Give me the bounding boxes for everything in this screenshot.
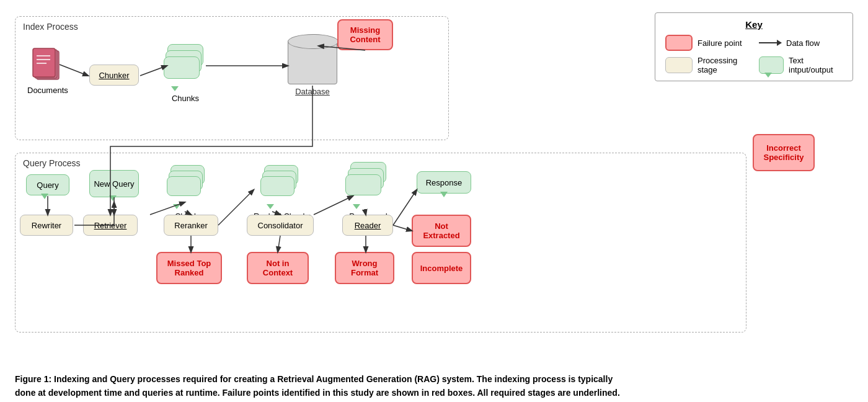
chunks-index-label: Chunks xyxy=(172,94,199,103)
incomplete-label: Incomplete xyxy=(420,264,463,273)
consolidator-label: Consolidator xyxy=(258,221,303,230)
query-section-label: Query Process xyxy=(23,158,81,168)
not-extracted-node: Not Extracted xyxy=(412,215,471,247)
ranked-chunks-node: Ranked Chunks xyxy=(254,165,311,221)
response-label: Response xyxy=(426,178,463,187)
not-in-context-label: Not in Context xyxy=(250,259,305,277)
documents-node: Documents xyxy=(27,47,68,95)
missed-top-ranked-node: Missed Top Ranked xyxy=(156,252,222,284)
diagram-area: Key Failure point Data flow Processing s… xyxy=(15,10,853,402)
consolidator-node: Consolidator xyxy=(247,215,314,236)
chunker-label: Chunker xyxy=(99,71,129,80)
database-cylinder xyxy=(288,41,337,84)
wrong-format-label: Wrong Format xyxy=(339,259,391,277)
rewriter-node: Rewriter xyxy=(20,215,73,236)
reader-label: Reader xyxy=(355,221,381,230)
not-in-context-node: Not in Context xyxy=(247,252,309,284)
wrong-format-node: Wrong Format xyxy=(335,252,394,284)
documents-label: Documents xyxy=(27,86,68,95)
rewriter-label: Rewriter xyxy=(32,221,61,230)
retriever-label: Retriever xyxy=(94,221,127,230)
reranker-label: Reranker xyxy=(174,221,207,230)
retriever-node: Retriever xyxy=(83,215,138,236)
new-query-label: New Query xyxy=(94,179,134,189)
query-label: Query xyxy=(37,181,58,190)
incorrect-specificity-label: Incorrect Specificity xyxy=(756,143,811,162)
response-node: Response xyxy=(417,171,471,194)
missing-content-label: Missing Content xyxy=(341,25,389,44)
chunks-index-node: Chunks xyxy=(164,44,207,103)
new-query-node: New Query xyxy=(89,170,139,197)
caption: Figure 1: Indexing and Query processes r… xyxy=(15,372,635,402)
svg-rect-2 xyxy=(33,48,55,77)
chunks-query-node: Chunks xyxy=(167,165,210,221)
missing-content-node: Missing Content xyxy=(337,19,393,50)
reader-node: Reader xyxy=(342,215,393,236)
missed-top-ranked-label: Missed Top Ranked xyxy=(160,259,218,277)
caption-text: Figure 1: Indexing and Query processes r… xyxy=(15,374,620,402)
incomplete-node: Incomplete xyxy=(412,252,471,284)
database-label: Database xyxy=(295,87,330,96)
database-node: Database xyxy=(288,41,337,96)
documents-icon xyxy=(32,47,64,84)
index-section-label: Index Process xyxy=(23,22,78,32)
full-diagram: Index Process Query Process Documents xyxy=(15,10,852,357)
query-node: Query xyxy=(26,174,69,195)
chunker-node: Chunker xyxy=(89,65,139,86)
reranker-node: Reranker xyxy=(164,215,218,236)
incorrect-specificity-node: Incorrect Specificity xyxy=(753,134,815,171)
not-extracted-label: Not Extracted xyxy=(415,221,467,240)
